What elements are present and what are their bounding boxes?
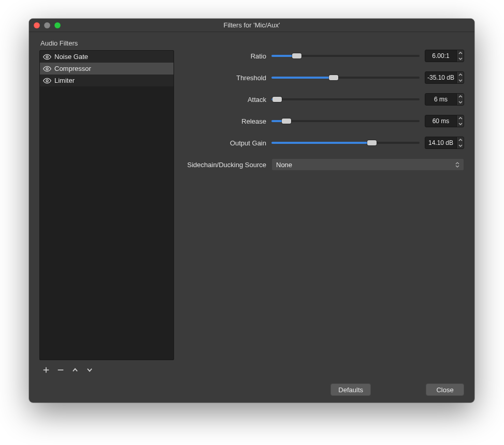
spin-down[interactable] [457, 56, 464, 62]
output-gain-spinbox[interactable]: 14.10 dB [425, 137, 464, 149]
spin-up[interactable] [457, 137, 464, 143]
prop-row-release: Release 60 ms [184, 115, 464, 127]
window-controls [34, 19, 61, 32]
sidechain-value: None [276, 161, 292, 169]
eye-icon[interactable] [43, 53, 51, 61]
content: Audio Filters Noise Gate [29, 32, 474, 380]
window-maximize-button[interactable] [54, 22, 61, 28]
attack-value[interactable]: 6 ms [425, 94, 456, 105]
spin-up[interactable] [457, 115, 464, 121]
defaults-button[interactable]: Defaults [330, 383, 371, 396]
prop-row-ratio: Ratio 6.00:1 [184, 50, 464, 62]
sidebar: Audio Filters Noise Gate [39, 39, 174, 375]
output-gain-slider[interactable] [271, 138, 420, 147]
prop-row-output-gain: Output Gain 14.10 dB [184, 137, 464, 149]
release-slider[interactable] [271, 116, 420, 126]
spin-up[interactable] [457, 50, 464, 56]
prop-label: Sidechain/Ducking Source [184, 161, 266, 169]
threshold-value[interactable]: -35.10 dB [425, 72, 456, 83]
spin-down[interactable] [457, 99, 464, 105]
ratio-value[interactable]: 6.00:1 [425, 50, 456, 62]
prop-label: Release [184, 117, 266, 125]
spin-down[interactable] [457, 121, 464, 127]
properties-panel: Ratio 6.00:1 Threshold [184, 39, 464, 375]
sidebar-label: Audio Filters [39, 39, 174, 47]
prop-row-attack: Attack 6 ms [184, 93, 464, 106]
spin-down[interactable] [457, 78, 464, 83]
titlebar: Filters for 'Mic/Aux' [29, 19, 474, 32]
spin-up[interactable] [457, 72, 464, 78]
sidechain-dropdown[interactable]: None [271, 158, 464, 171]
prop-row-threshold: Threshold -35.10 dB [184, 71, 464, 84]
filter-item-label: Noise Gate [54, 53, 88, 61]
eye-icon[interactable] [43, 65, 51, 73]
attack-slider[interactable] [271, 95, 420, 104]
dropdown-arrows-icon [455, 159, 460, 170]
release-value[interactable]: 60 ms [425, 115, 456, 127]
output-gain-value[interactable]: 14.10 dB [425, 137, 456, 149]
svg-point-0 [46, 56, 48, 58]
filter-item-label: Limiter [54, 77, 75, 84]
svg-point-2 [46, 80, 48, 82]
prop-label: Attack [184, 96, 266, 103]
prop-label: Ratio [184, 52, 266, 60]
prop-label: Output Gain [184, 139, 266, 147]
filter-item-compressor[interactable]: Compressor [40, 63, 174, 75]
threshold-spinbox[interactable]: -35.10 dB [425, 71, 464, 84]
window-minimize-button[interactable] [44, 22, 50, 28]
ratio-spinbox[interactable]: 6.00:1 [425, 50, 464, 62]
spin-down[interactable] [457, 143, 464, 149]
sidebar-buttons [39, 360, 174, 375]
filter-item-limiter[interactable]: Limiter [40, 75, 174, 86]
footer: Defaults Close [29, 380, 474, 403]
move-up-button[interactable] [70, 365, 80, 375]
threshold-slider[interactable] [271, 73, 420, 82]
close-button[interactable]: Close [426, 383, 464, 396]
release-spinbox[interactable]: 60 ms [425, 115, 464, 127]
prop-label: Threshold [184, 74, 266, 82]
window-title: Filters for 'Mic/Aux' [29, 21, 474, 29]
ratio-slider[interactable] [271, 51, 420, 61]
add-filter-button[interactable] [41, 365, 51, 375]
svg-point-1 [46, 68, 48, 70]
remove-filter-button[interactable] [56, 365, 65, 375]
filter-item-label: Compressor [54, 65, 91, 72]
spin-up[interactable] [457, 94, 464, 99]
attack-spinbox[interactable]: 6 ms [425, 93, 464, 106]
filter-list[interactable]: Noise Gate Compressor [39, 50, 174, 360]
window-close-button[interactable] [34, 22, 40, 28]
prop-row-sidechain: Sidechain/Ducking Source None [184, 158, 464, 171]
filters-dialog: Filters for 'Mic/Aux' Audio Filters Nois… [29, 19, 474, 403]
move-down-button[interactable] [85, 365, 94, 375]
eye-icon[interactable] [43, 77, 51, 85]
filter-item-noise-gate[interactable]: Noise Gate [40, 51, 174, 63]
